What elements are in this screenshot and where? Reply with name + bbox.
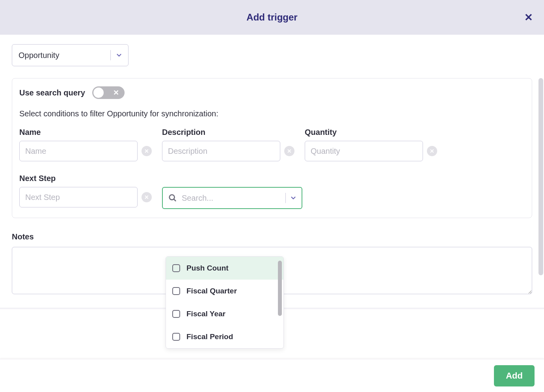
field-search-select[interactable] (162, 187, 302, 209)
dropdown-option-fiscal-period[interactable]: Fiscal Period (166, 325, 283, 348)
name-input[interactable] (19, 141, 138, 161)
quantity-label: Quantity (305, 128, 437, 137)
notes-label: Notes (12, 232, 532, 241)
quantity-input[interactable] (305, 141, 423, 161)
svg-line-1 (174, 199, 176, 201)
dropdown-option-push-count[interactable]: Push Count (166, 257, 283, 280)
chevron-down-icon (116, 52, 123, 59)
toggle-knob (93, 88, 104, 98)
next-step-label: Next Step (19, 174, 152, 183)
name-label: Name (19, 128, 152, 137)
search-query-toggle[interactable]: ✕ (92, 86, 125, 99)
modal-footer: Add (0, 359, 544, 392)
entity-select-separator (110, 50, 111, 60)
close-icon: ✕ (144, 194, 149, 200)
modal-header: Add trigger ✕ (0, 0, 544, 35)
close-icon: ✕ (287, 148, 292, 154)
close-icon: ✕ (430, 148, 434, 154)
dropdown-scrollbar[interactable] (278, 261, 282, 316)
search-icon (168, 194, 177, 202)
conditions-instruction: Select conditions to filter Opportunity … (19, 109, 525, 118)
close-button[interactable]: ✕ (524, 11, 533, 24)
description-input[interactable] (162, 141, 280, 161)
next-step-input[interactable] (19, 187, 138, 207)
dropdown-option-label: Push Count (186, 264, 229, 273)
entity-select-value: Opportunity (19, 51, 59, 60)
name-clear-button[interactable]: ✕ (142, 146, 152, 156)
checkbox[interactable] (172, 264, 180, 272)
search-query-toggle-label: Use search query (19, 88, 85, 97)
dropdown-option-label: Fiscal Quarter (186, 287, 237, 295)
quantity-clear-button[interactable]: ✕ (427, 146, 437, 156)
vertical-scrollbar[interactable] (538, 78, 543, 275)
close-icon: ✕ (144, 148, 149, 154)
modal-body: Opportunity Use search query ✕ Select co… (0, 35, 544, 359)
dropdown-option-label: Fiscal Period (186, 332, 233, 341)
field-search-dropdown: Push Count Fiscal Quarter Fiscal Year Fi… (166, 256, 284, 349)
checkbox[interactable] (172, 333, 180, 341)
checkbox[interactable] (172, 310, 180, 318)
dropdown-option-fiscal-quarter[interactable]: Fiscal Quarter (166, 280, 283, 302)
description-label: Description (162, 128, 294, 137)
chevron-down-icon (290, 194, 297, 202)
add-button[interactable]: Add (494, 365, 535, 386)
conditions-panel: Use search query ✕ Select conditions to … (12, 78, 532, 218)
modal-title: Add trigger (246, 12, 297, 23)
entity-select[interactable]: Opportunity (12, 44, 129, 66)
field-search-separator (285, 193, 286, 203)
checkbox[interactable] (172, 287, 180, 295)
description-clear-button[interactable]: ✕ (284, 146, 294, 156)
close-icon: ✕ (524, 11, 533, 23)
toggle-off-icon: ✕ (113, 88, 119, 97)
dropdown-option-label: Fiscal Year (186, 310, 225, 318)
next-step-clear-button[interactable]: ✕ (142, 192, 152, 202)
dropdown-option-fiscal-year[interactable]: Fiscal Year (166, 302, 283, 325)
field-search-input[interactable] (182, 194, 281, 203)
